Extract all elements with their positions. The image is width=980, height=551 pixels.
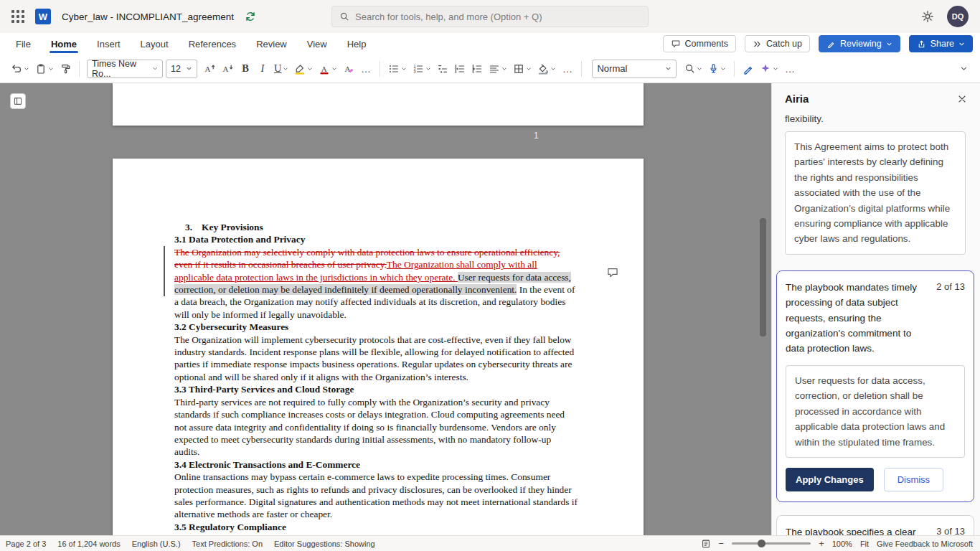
shrink-font-button[interactable]: A xyxy=(220,59,236,79)
reviewing-pen-icon xyxy=(826,39,836,49)
grow-font-button[interactable]: A xyxy=(202,59,218,79)
heading-3-4: 3.4 Electronic Transactions and E-Commer… xyxy=(174,458,578,471)
document-title[interactable]: Cyber_law - INCOMPLIANT_agreement xyxy=(62,11,234,22)
more-paragraph-options-button[interactable]: … xyxy=(560,59,575,79)
editor-suggestions-status[interactable]: Editor Suggestions: Showing xyxy=(274,540,375,548)
search-input[interactable] xyxy=(355,11,641,22)
menu-view[interactable]: View xyxy=(307,36,327,52)
zoom-in-button[interactable]: + xyxy=(819,538,824,549)
comment-bubble-icon[interactable] xyxy=(606,266,619,279)
previous-card-fragment: flexibility. xyxy=(772,110,980,131)
menu-help[interactable]: Help xyxy=(347,36,367,52)
menu-items: File Home Insert Layout References Revie… xyxy=(16,36,366,52)
menu-references[interactable]: References xyxy=(189,36,236,52)
designer-sparkle-button[interactable] xyxy=(758,59,781,79)
toolbar-divider xyxy=(380,61,380,77)
dismiss-button[interactable]: Dismiss xyxy=(884,468,944,491)
suggestion-actions: Apply Changes Dismiss xyxy=(786,468,965,491)
active-suggestion-card: The playbook mandates timely processing … xyxy=(776,270,974,502)
shading-button[interactable] xyxy=(535,59,558,79)
ribbon-collapse-button[interactable] xyxy=(956,59,971,79)
feedback-link[interactable]: Give Feedback to Microsoft xyxy=(877,540,973,548)
alignment-button[interactable] xyxy=(486,59,509,79)
toolbar-divider xyxy=(734,61,735,77)
menu-home[interactable]: Home xyxy=(51,36,77,52)
editor-pen-button[interactable] xyxy=(740,59,756,79)
font-family-select[interactable]: Times New Ro... xyxy=(87,60,163,78)
zoom-out-button[interactable]: − xyxy=(719,538,725,549)
increase-indent-button[interactable] xyxy=(469,59,485,79)
document-page-1[interactable] xyxy=(113,83,644,126)
document-page-2[interactable]: 3.Key Provisions 3.1 Data Protection and… xyxy=(113,159,644,535)
paragraph-3-1: The Organization may selectively comply … xyxy=(174,246,578,321)
language-status[interactable]: English (U.S.) xyxy=(132,540,181,548)
search-box[interactable] xyxy=(331,6,649,27)
saved-sync-icon xyxy=(245,11,256,22)
heading-3-1: 3.1 Data Protection and Privacy xyxy=(174,233,578,245)
fit-button[interactable]: Fit xyxy=(860,540,869,548)
dictate-button[interactable] xyxy=(706,59,728,79)
chevron-down-icon xyxy=(886,41,892,47)
menu-layout[interactable]: Layout xyxy=(141,36,169,52)
undo-button[interactable] xyxy=(9,59,32,79)
text-highlight-button[interactable] xyxy=(292,59,315,79)
text-predictions-status[interactable]: Text Predictions: On xyxy=(192,540,263,548)
font-color-button[interactable]: A xyxy=(316,59,339,79)
bullet-list-button[interactable] xyxy=(386,59,409,79)
menu-insert[interactable]: Insert xyxy=(97,36,121,52)
styles-select[interactable]: Normal xyxy=(592,60,677,78)
document-canvas: 1 3.Key Provisions 3.1 Data Protection a… xyxy=(0,83,771,535)
paste-button[interactable] xyxy=(33,59,56,79)
titlebar-left: W Cyber_law - INCOMPLIANT_agreement xyxy=(11,9,256,24)
clear-formatting-button[interactable]: A xyxy=(341,59,357,79)
app-launcher-icon[interactable] xyxy=(11,10,24,23)
more-tools-button[interactable]: … xyxy=(782,59,798,79)
catch-up-icon xyxy=(753,39,762,49)
thumbnail-panel-toggle[interactable] xyxy=(10,93,26,109)
comments-button[interactable]: Comments xyxy=(663,35,736,52)
vertical-scrollbar-thumb[interactable] xyxy=(760,218,766,336)
next-suggestion-text: The playbook specifies a clear xyxy=(786,524,928,535)
titlebar-right: DQ xyxy=(921,6,969,27)
bold-button[interactable]: B xyxy=(237,59,253,79)
catch-up-button[interactable]: Catch up xyxy=(745,35,810,52)
italic-button[interactable]: I xyxy=(255,59,270,79)
zoom-level[interactable]: 100% xyxy=(832,540,852,548)
reviewing-mode-button[interactable]: Reviewing xyxy=(819,35,900,52)
page-count-status[interactable]: Page 2 of 3 xyxy=(6,540,46,548)
close-icon[interactable] xyxy=(957,94,967,104)
underline-button[interactable]: U xyxy=(272,59,291,79)
format-painter-button[interactable] xyxy=(57,59,73,79)
account-avatar[interactable]: DQ xyxy=(947,6,969,27)
find-button[interactable] xyxy=(682,59,705,79)
heading-3-2: 3.2 Cybersecurity Measures xyxy=(174,321,578,333)
numbered-list-button[interactable]: 123 xyxy=(410,59,433,79)
menu-actions: Comments Catch up Reviewing Share xyxy=(663,35,974,52)
zoom-slider[interactable] xyxy=(732,542,811,545)
next-suggestion-card[interactable]: The playbook specifies a clear 3 of 13 xyxy=(776,515,974,535)
status-left: Page 2 of 3 16 of 1,204 words English (U… xyxy=(6,540,375,548)
menu-review[interactable]: Review xyxy=(256,36,287,52)
svg-text:A: A xyxy=(321,64,327,72)
share-icon xyxy=(917,39,926,49)
titlebar: W Cyber_law - INCOMPLIANT_agreement xyxy=(0,0,980,33)
settings-gear-icon[interactable] xyxy=(921,10,934,23)
more-font-options-button[interactable]: … xyxy=(358,59,374,79)
multilevel-list-button[interactable] xyxy=(435,59,451,79)
tracked-change-bar xyxy=(164,246,165,296)
paragraph-3-2: The Organization will implement cybersec… xyxy=(174,334,578,384)
menu-file[interactable]: File xyxy=(16,36,31,52)
status-bar: Page 2 of 3 16 of 1,204 words English (U… xyxy=(0,535,980,551)
apply-changes-button[interactable]: Apply Changes xyxy=(786,468,874,491)
borders-button[interactable] xyxy=(511,59,534,79)
decrease-indent-button[interactable] xyxy=(452,59,468,79)
share-button[interactable]: Share xyxy=(909,35,973,52)
zoom-slider-knob[interactable] xyxy=(758,540,765,547)
font-size-select[interactable]: 12 xyxy=(166,60,197,78)
svg-text:A: A xyxy=(223,65,229,73)
page-view-icon[interactable] xyxy=(701,539,711,549)
word-logo-icon: W xyxy=(35,9,51,24)
word-count-status[interactable]: 16 of 1,204 words xyxy=(57,540,120,548)
search-icon xyxy=(339,11,349,22)
suggestion-text: The playbook mandates timely processing … xyxy=(786,280,928,357)
